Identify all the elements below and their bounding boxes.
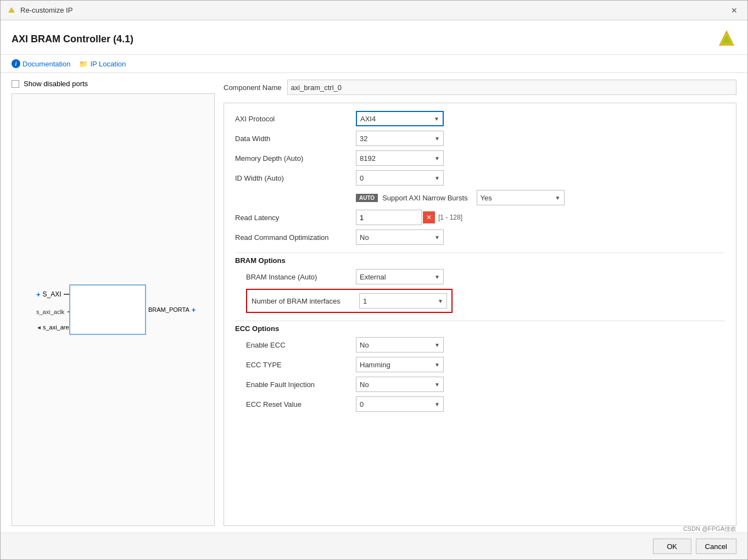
num-bram-row: Number of BRAM interfaces 1 ▼ — [246, 289, 725, 313]
chevron-down-icon-12: ▼ — [434, 401, 440, 407]
component-name-input[interactable] — [287, 80, 737, 95]
axi-protocol-row: AXI Protocol AXI4 ▼ — [235, 111, 725, 126]
diagram-inner: + S_AXI s_axi_aclk — [36, 284, 190, 335]
ecc-type-select[interactable]: Hamming ▼ — [356, 357, 444, 372]
id-width-label: ID Width (Auto) — [235, 174, 356, 182]
title-bar-left: Re-customize IP — [7, 6, 72, 15]
read-latency-input[interactable] — [356, 210, 422, 225]
chevron-down-icon-3: ▼ — [434, 155, 440, 161]
id-width-row: ID Width (Auto) 0 ▼ — [235, 170, 725, 186]
ecc-type-label: ECC TYPE — [246, 361, 356, 369]
dialog-header: AXI BRAM Controller (4.1) — [1, 20, 747, 55]
chevron-down-icon-7: ▼ — [434, 274, 440, 280]
memory-depth-row: Memory Depth (Auto) 8192 ▼ — [235, 150, 725, 166]
ecc-reset-row: ECC Reset Value 0 ▼ — [246, 396, 725, 412]
narrow-bursts-row: AUTO Support AXI Narrow Bursts Yes ▼ — [235, 190, 725, 205]
component-name-row: Component Name — [224, 80, 736, 95]
enable-ecc-select[interactable]: No ▼ — [356, 337, 444, 352]
data-width-label: Data Width — [235, 135, 356, 143]
chevron-down-icon-4: ▼ — [434, 175, 440, 181]
close-button[interactable]: ✕ — [728, 5, 741, 16]
chevron-down-icon-9: ▼ — [434, 342, 440, 348]
ecc-reset-label: ECC Reset Value — [246, 400, 356, 408]
enable-fault-label: Enable Fault Injection — [246, 380, 356, 389]
id-width-select[interactable]: 0 ▼ — [356, 170, 444, 186]
axi-protocol-select[interactable]: AXI4 ▼ — [356, 111, 444, 126]
settings-container: AXI Protocol AXI4 ▼ Data Width 32 ▼ — [224, 103, 736, 526]
chevron-down-icon-6: ▼ — [434, 234, 440, 240]
dialog-body: Show disabled ports + S_AXI — [1, 73, 747, 533]
ip-location-link[interactable]: 📁 IP Location — [79, 60, 126, 68]
auto-toggle-button[interactable]: AUTO — [356, 194, 378, 202]
plus-icon-saxi: + — [36, 290, 41, 299]
saxi-label: S_AXI — [43, 290, 62, 298]
read-cmd-opt-select[interactable]: No ▼ — [356, 229, 444, 245]
axi-protocol-label: AXI Protocol — [235, 115, 356, 123]
vivado-logo-icon — [717, 29, 736, 49]
bram-instance-label: BRAM Instance (Auto) — [246, 273, 356, 281]
chevron-down-icon-8: ▼ — [438, 298, 443, 304]
diagram-box — [69, 284, 146, 335]
dialog-window: Re-customize IP ✕ AXI BRAM Controller (4… — [0, 0, 748, 560]
left-panel: Show disabled ports + S_AXI — [12, 80, 215, 526]
chevron-down-icon-10: ▼ — [434, 362, 440, 368]
num-bram-highlight-box: Number of BRAM interfaces 1 ▼ — [246, 289, 453, 313]
title-bar-title: Re-customize IP — [20, 6, 72, 14]
page-title: AXI BRAM Controller (4.1) — [12, 33, 133, 45]
enable-ecc-row: Enable ECC No ▼ — [246, 337, 725, 352]
bram-instance-select[interactable]: External ▼ — [356, 269, 444, 284]
clear-latency-button[interactable]: ✕ — [423, 211, 435, 223]
memory-depth-label: Memory Depth (Auto) — [235, 154, 356, 163]
read-latency-label: Read Latency — [235, 214, 356, 222]
chevron-down-icon-11: ▼ — [434, 382, 440, 388]
memory-depth-select[interactable]: 8192 ▼ — [356, 150, 444, 166]
show-disabled-checkbox[interactable] — [12, 80, 19, 88]
enable-fault-row: Enable Fault Injection No ▼ — [246, 377, 725, 392]
dialog-footer: CSDN @FPGA佳欢 OK Cancel — [1, 533, 747, 559]
enable-fault-select[interactable]: No ▼ — [356, 377, 444, 392]
show-disabled-row: Show disabled ports — [12, 80, 215, 88]
title-bar: Re-customize IP ✕ — [1, 1, 747, 20]
support-narrow-label: Support AXI Narrow Bursts — [382, 194, 467, 202]
dialog-content: AXI BRAM Controller (4.1) i Documentatio… — [1, 20, 747, 559]
component-preview: + S_AXI s_axi_aclk — [12, 93, 215, 526]
read-cmd-opt-label: Read Command Optimization — [235, 233, 356, 242]
bram-options-section: BRAM Instance (Auto) External ▼ Number o… — [246, 269, 725, 313]
data-width-select[interactable]: 32 ▼ — [356, 131, 444, 146]
chevron-down-icon-2: ▼ — [434, 136, 440, 142]
right-panel: Component Name AXI Protocol AXI4 ▼ — [224, 80, 736, 526]
watermark: CSDN @FPGA佳欢 — [683, 525, 736, 533]
chevron-down-icon: ▼ — [434, 116, 439, 122]
documentation-link[interactable]: i Documentation — [12, 59, 70, 68]
ecc-type-row: ECC TYPE Hamming ▼ — [246, 357, 725, 372]
data-width-row: Data Width 32 ▼ — [235, 131, 725, 146]
diagram-wrapper: + S_AXI s_axi_aclk — [12, 94, 214, 525]
folder-icon: 📁 — [79, 60, 88, 68]
ecc-options-title: ECC Options — [235, 321, 725, 333]
bram-options-title: BRAM Options — [235, 253, 725, 265]
bram-porta-label: BRAM_PORTA — [148, 306, 189, 313]
enable-ecc-label: Enable ECC — [246, 341, 356, 349]
toolbar-links: i Documentation 📁 IP Location — [1, 55, 747, 73]
vivado-small-icon — [7, 6, 16, 15]
aresetn-arrow: ◄ — [36, 324, 42, 331]
cancel-button[interactable]: Cancel — [696, 539, 736, 554]
read-cmd-opt-row: Read Command Optimization No ▼ — [235, 229, 725, 245]
aclk-label: s_axi_aclk — [36, 309, 64, 315]
narrow-bursts-select[interactable]: Yes ▼ — [477, 190, 565, 205]
num-bram-label: Number of BRAM interfaces — [252, 297, 356, 305]
info-icon: i — [12, 59, 20, 68]
chevron-down-icon-5: ▼ — [555, 195, 561, 201]
read-latency-range: [1 - 128] — [438, 214, 462, 221]
ecc-reset-select[interactable]: 0 ▼ — [356, 396, 444, 412]
ok-button[interactable]: OK — [653, 539, 691, 554]
component-name-label: Component Name — [224, 83, 282, 92]
plus-icon-bram: + — [192, 306, 196, 314]
bram-instance-row: BRAM Instance (Auto) External ▼ — [246, 269, 725, 284]
num-bram-select[interactable]: 1 ▼ — [359, 293, 447, 309]
ecc-options-section: Enable ECC No ▼ ECC TYPE Hamming ▼ — [246, 337, 725, 412]
show-disabled-label: Show disabled ports — [24, 80, 88, 88]
read-latency-row: Read Latency ✕ [1 - 128] — [235, 210, 725, 225]
